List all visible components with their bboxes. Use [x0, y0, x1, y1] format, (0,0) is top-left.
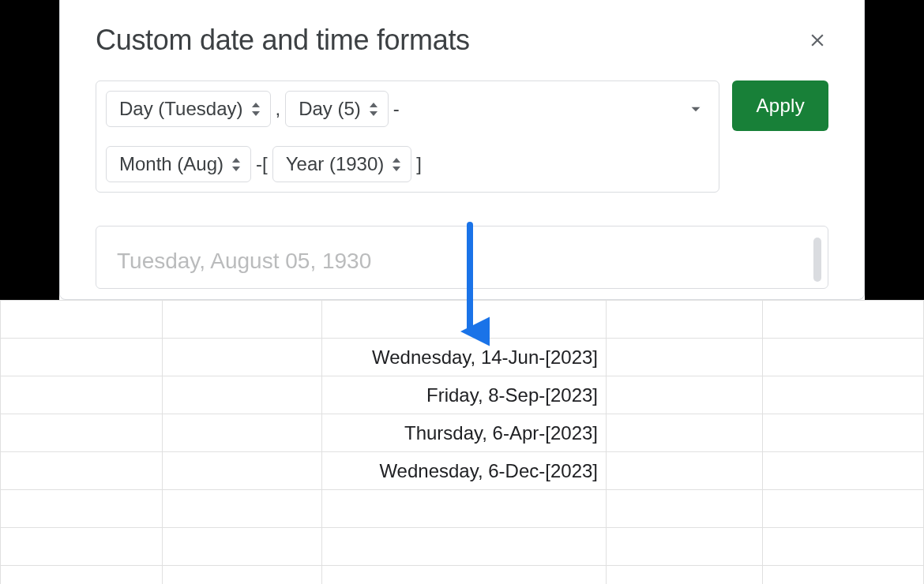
- table-row: Friday, 8-Sep-[2023]: [1, 376, 924, 414]
- cell[interactable]: [607, 452, 763, 490]
- table-row: Wednesday, 6-Dec-[2023]: [1, 452, 924, 490]
- chip-day-number[interactable]: Day (5): [285, 91, 389, 127]
- table-row: [1, 301, 924, 339]
- cell[interactable]: [763, 414, 924, 452]
- table-row: [1, 528, 924, 566]
- cell[interactable]: [1, 414, 163, 452]
- chevron-down-icon[interactable]: [685, 99, 706, 119]
- cell[interactable]: [322, 566, 607, 585]
- sort-icon: [251, 103, 261, 116]
- cell[interactable]: [763, 566, 924, 585]
- cell[interactable]: [607, 376, 763, 414]
- cell[interactable]: [163, 414, 322, 452]
- cell[interactable]: [322, 301, 607, 339]
- preview-item: Tuesday, August 05, 1930: [117, 249, 807, 274]
- table-row: [1, 566, 924, 585]
- cell[interactable]: [763, 528, 924, 566]
- custom-format-dialog: Custom date and time formats Day (Tuesda…: [59, 0, 865, 300]
- format-row: Day (Tuesday) , Day (5) - Month (Aug): [96, 80, 828, 193]
- cell[interactable]: Wednesday, 6-Dec-[2023]: [322, 452, 607, 490]
- dialog-title: Custom date and time formats: [96, 24, 470, 57]
- scrollbar[interactable]: [813, 238, 821, 282]
- cell[interactable]: Friday, 8-Sep-[2023]: [322, 376, 607, 414]
- table-row: Wednesday, 14-Jun-[2023]: [1, 339, 924, 376]
- cell[interactable]: [163, 339, 322, 376]
- cell[interactable]: Wednesday, 14-Jun-[2023]: [322, 339, 607, 376]
- cell[interactable]: [763, 301, 924, 339]
- chip-label: Year (1930): [286, 153, 385, 175]
- cell[interactable]: [1, 528, 163, 566]
- cell[interactable]: [607, 414, 763, 452]
- separator-dash-bracket: -[: [251, 153, 272, 175]
- letterbox-right: [865, 0, 924, 300]
- sort-icon: [369, 103, 378, 116]
- cell[interactable]: [607, 339, 763, 376]
- cell[interactable]: Thursday, 6-Apr-[2023]: [322, 414, 607, 452]
- cell[interactable]: [1, 566, 163, 585]
- close-icon[interactable]: [806, 29, 828, 51]
- cell[interactable]: [322, 528, 607, 566]
- separator-bracket-close: ]: [411, 153, 426, 175]
- letterbox-left: [0, 0, 59, 300]
- table-row: Thursday, 6-Apr-[2023]: [1, 414, 924, 452]
- separator-comma: ,: [271, 98, 286, 120]
- cell[interactable]: [1, 301, 163, 339]
- dialog-header: Custom date and time formats: [96, 24, 828, 57]
- cell[interactable]: [607, 566, 763, 585]
- cell[interactable]: [163, 490, 322, 528]
- cell[interactable]: [763, 452, 924, 490]
- cell[interactable]: [163, 528, 322, 566]
- cell[interactable]: [163, 301, 322, 339]
- cell[interactable]: [763, 376, 924, 414]
- cell[interactable]: [763, 339, 924, 376]
- cell[interactable]: [1, 490, 163, 528]
- cell[interactable]: [163, 452, 322, 490]
- chip-label: Month (Aug): [119, 153, 223, 175]
- sort-icon: [392, 158, 401, 171]
- cell[interactable]: [163, 566, 322, 585]
- format-builder-input[interactable]: Day (Tuesday) , Day (5) - Month (Aug): [96, 80, 719, 193]
- table-row: [1, 490, 924, 528]
- chip-year[interactable]: Year (1930): [272, 146, 412, 182]
- format-preview-list[interactable]: Tuesday, August 05, 1930: [96, 226, 828, 289]
- cell[interactable]: [1, 452, 163, 490]
- chip-day-name[interactable]: Day (Tuesday): [106, 91, 271, 127]
- chip-month[interactable]: Month (Aug): [106, 146, 251, 182]
- sort-icon: [231, 158, 241, 171]
- chip-label: Day (Tuesday): [119, 98, 243, 120]
- apply-button[interactable]: Apply: [732, 80, 828, 131]
- cell[interactable]: [163, 376, 322, 414]
- cell[interactable]: [763, 490, 924, 528]
- cell[interactable]: [607, 301, 763, 339]
- cell[interactable]: [1, 339, 163, 376]
- cell[interactable]: [1, 376, 163, 414]
- spreadsheet-grid: Wednesday, 14-Jun-[2023]Friday, 8-Sep-[2…: [0, 300, 924, 584]
- cell[interactable]: [322, 490, 607, 528]
- cell[interactable]: [607, 528, 763, 566]
- separator-dash: -: [389, 98, 404, 120]
- chip-label: Day (5): [299, 98, 361, 120]
- cell[interactable]: [607, 490, 763, 528]
